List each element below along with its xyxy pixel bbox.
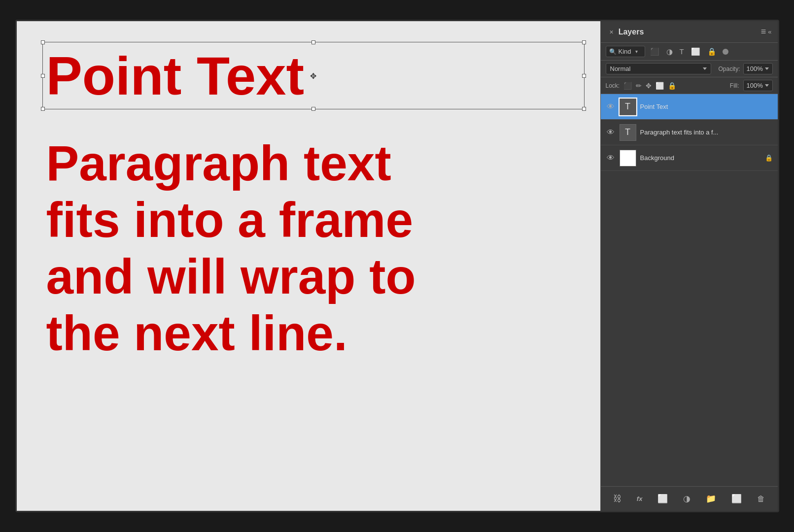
panel-header: × Layers ≡ « [601,21,778,43]
filter-pixel-button[interactable]: ⬛ [648,46,661,57]
layer-thumbnail-paragraph-text: T [620,124,636,141]
layer-thumbnail-point-text: T [620,99,636,115]
lock-pixels-button[interactable]: ⬛ [623,82,632,90]
handle-mr[interactable] [582,74,586,78]
blend-mode-value: Normal [610,65,631,72]
lock-move-button[interactable]: ✥ [646,82,652,90]
lock-row: Lock: ⬛ ✏ ✥ ⬜ 🔒 Fill: 100% [601,77,778,94]
kind-label: Kind [619,48,631,55]
fill-input[interactable]: 100% [743,80,773,91]
layer-mask-button[interactable]: ⬜ [655,492,671,506]
point-text-container: Point Text ✥ [46,46,581,105]
text-layer-icon: T [625,101,630,112]
text-layer-icon: T [625,127,630,137]
filter-type-buttons: ⬛ ◑ T ⬜ 🔒 [648,46,728,57]
search-icon: 🔍 [609,48,617,55]
filter-adjustment-button[interactable]: ◑ [664,46,675,57]
opacity-input[interactable]: 100% [743,63,773,74]
panel-collapse-button[interactable]: « [768,28,771,35]
filter-bar: 🔍 Kind ▾ ⬛ ◑ T ⬜ 🔒 [601,43,778,61]
lock-icons-group: ⬛ ✏ ✥ ⬜ 🔒 [623,82,726,90]
canvas-area: Point Text ✥ Paragraph text fits into a … [17,21,600,511]
paragraph-text: Paragraph text fits into a frame and wil… [46,135,450,362]
filter-shape-button[interactable]: ⬜ [689,46,702,57]
handle-tc[interactable] [311,40,315,44]
handle-bc[interactable] [311,107,315,111]
handle-ml[interactable] [41,74,45,78]
filter-toggle-dot[interactable] [723,49,728,55]
fill-chevron-icon [765,84,769,87]
layer-visibility-icon-background[interactable]: 👁 [606,154,616,163]
handle-br[interactable] [582,107,586,111]
layer-name-paragraph-text: Paragraph text fits into a f... [640,129,773,136]
point-text: Point Text [46,46,581,105]
layer-name-background: Background [640,154,761,162]
layer-item-background[interactable]: 👁 Background 🔒 [601,145,778,171]
app-window: Point Text ✥ Paragraph text fits into a … [15,20,779,512]
lock-label: Lock: [606,82,620,89]
panel-footer: ⛓ fx ⬜ ◑ 📁 ⬜ 🗑 [601,486,778,511]
lock-draw-button[interactable]: ✏ [636,82,642,90]
lock-all-button[interactable]: 🔒 [668,82,676,90]
layer-list: 👁 T Point Text 👁 T Paragraph text fits i… [601,94,778,486]
kind-chevron-icon: ▾ [635,49,638,54]
opacity-label: Opacity: [718,66,740,72]
kind-filter-dropdown[interactable]: 🔍 Kind ▾ [606,46,645,57]
background-lock-icon: 🔒 [765,154,773,162]
layer-visibility-icon-point-text[interactable]: 👁 [606,102,616,111]
layer-thumbnail-background [620,150,636,166]
layer-fx-button[interactable]: fx [634,493,646,504]
filter-text-button[interactable]: T [678,46,686,57]
layer-item-point-text[interactable]: 👁 T Point Text [601,94,778,120]
fill-label: Fill: [730,82,739,89]
handle-bl[interactable] [41,107,45,111]
lock-artboard-button[interactable]: ⬜ [656,82,664,90]
panel-menu-button[interactable]: ≡ [761,27,766,37]
new-layer-button[interactable]: ⬜ [728,492,745,506]
panel-close-button[interactable]: × [607,27,617,37]
fill-value-text: 100% [747,82,763,89]
layer-item-paragraph-text[interactable]: 👁 T Paragraph text fits into a f... [601,120,778,145]
handle-tr[interactable] [582,40,586,44]
layer-name-point-text: Point Text [640,103,773,110]
handle-tl[interactable] [41,40,45,44]
layer-visibility-icon-paragraph-text[interactable]: 👁 [606,128,616,137]
filter-smartobject-button[interactable]: 🔒 [705,46,719,57]
delete-layer-button[interactable]: 🗑 [754,493,768,505]
opacity-value-text: 100% [747,65,763,72]
panel-title: Layers [617,28,761,36]
link-layers-button[interactable]: ⛓ [610,492,624,506]
new-group-button[interactable]: 📁 [703,492,719,506]
blend-mode-chevron-icon [703,67,707,70]
blend-mode-dropdown[interactable]: Normal [606,63,712,74]
opacity-chevron-icon [765,67,769,70]
adjustment-layer-button[interactable]: ◑ [680,492,693,506]
blend-mode-row: Normal Opacity: 100% [601,61,778,77]
layers-panel: × Layers ≡ « 🔍 Kind ▾ ⬛ ◑ T ⬜ 🔒 [600,21,778,511]
